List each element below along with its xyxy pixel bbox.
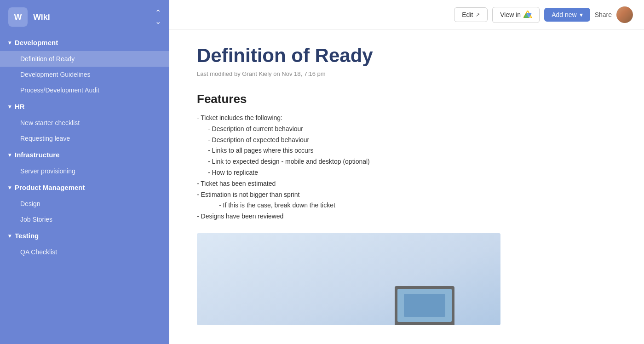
add-new-button[interactable]: Add new ▾ (544, 8, 590, 22)
content-line-4: - Link to expected design - mobile and d… (197, 156, 616, 167)
page-image (197, 233, 500, 325)
sidebar-item-server-provisioning[interactable]: Server provisioning (0, 163, 169, 179)
toolbar: Edit ↗ View in Add new ▾ Share (169, 0, 644, 30)
sidebar-item-requesting-leave[interactable]: Requesting leave (0, 131, 169, 146)
avatar[interactable] (616, 6, 633, 23)
content-line-2: - Description of expected behaviour (197, 135, 616, 146)
nav-section-testing-header[interactable]: ▾ Testing (0, 227, 169, 244)
content-area: Definition of Ready Last modified by Gra… (169, 30, 644, 344)
content-line-6: - Ticket has been estimated (197, 178, 616, 189)
chevron-down-icon: ▾ (8, 103, 11, 110)
share-label: Share (595, 11, 612, 18)
content-line-1: - Description of current behaviour (197, 124, 616, 135)
sidebar-header: W Wiki ⌃⌄ (0, 0, 169, 34)
chevron-down-icon: ▾ (8, 233, 11, 239)
nav-section-infrastructure-header[interactable]: ▾ Infrastructure (0, 146, 169, 163)
nav-section-product-management-header[interactable]: ▾ Product Management (0, 179, 169, 196)
content-line-7: - Estimation is not bigger than sprint (197, 189, 616, 201)
features-content: - Ticket includes the following: - Descr… (197, 113, 616, 222)
sidebar-item-new-starter-checklist[interactable]: New starter checklist (0, 115, 169, 131)
external-link-icon: ↗ (476, 12, 480, 18)
chevron-down-icon: ▾ (8, 40, 11, 46)
sidebar-item-job-stories[interactable]: Job Stories (0, 212, 169, 227)
chevron-down-icon: ▾ (8, 184, 11, 191)
nav-section-testing: ▾ Testing QA Checklist (0, 227, 169, 260)
page-title: Definition of Ready (197, 45, 616, 67)
nav-section-product-management: ▾ Product Management Design Job Stories (0, 179, 169, 227)
content-line-9: - Designs have been reviewed (197, 211, 616, 222)
nav-section-development-header[interactable]: ▾ Development (0, 34, 169, 51)
wiki-icon: W (8, 7, 28, 27)
nav-section-hr-header[interactable]: ▾ HR (0, 98, 169, 115)
edit-button[interactable]: Edit ↗ (454, 7, 488, 22)
content-line-0: - Ticket includes the following: (197, 113, 616, 124)
view-in-button[interactable]: View in (492, 7, 540, 23)
sidebar-item-process-development-audit[interactable]: Process/Development Audit (0, 82, 169, 98)
nav-section-development: ▾ Development Definition of Ready Develo… (0, 34, 169, 98)
avatar-image (616, 6, 633, 23)
nav-section-hr: ▾ HR New starter checklist Requesting le… (0, 98, 169, 146)
sidebar: W Wiki ⌃⌄ ▾ Development Definition of Re… (0, 0, 169, 344)
sidebar-item-development-guidelines[interactable]: Development Guidelines (0, 67, 169, 82)
sidebar-item-definition-of-ready[interactable]: Definition of Ready (0, 51, 169, 67)
page-meta: Last modified by Grant Kiely on Nov 18, … (197, 70, 616, 77)
sidebar-item-qa-checklist[interactable]: QA Checklist (0, 244, 169, 260)
content-line-8: - If this is the case, break down the ti… (197, 200, 616, 211)
nav-section-infrastructure: ▾ Infrastructure Server provisioning (0, 146, 169, 179)
wiki-title: Wiki (33, 12, 150, 22)
features-section-title: Features (197, 92, 616, 106)
dropdown-arrow-icon: ▾ (580, 11, 583, 18)
main-content: Edit ↗ View in Add new ▾ Share Definitio… (169, 0, 644, 344)
chevron-down-icon: ▾ (8, 152, 11, 158)
content-line-3: - Links to all pages where this occurs (197, 145, 616, 156)
google-drive-icon (523, 11, 532, 19)
sidebar-collapse-icon[interactable]: ⌃⌄ (155, 8, 161, 26)
sidebar-item-design[interactable]: Design (0, 196, 169, 212)
content-line-5: - How to replicate (197, 167, 616, 178)
